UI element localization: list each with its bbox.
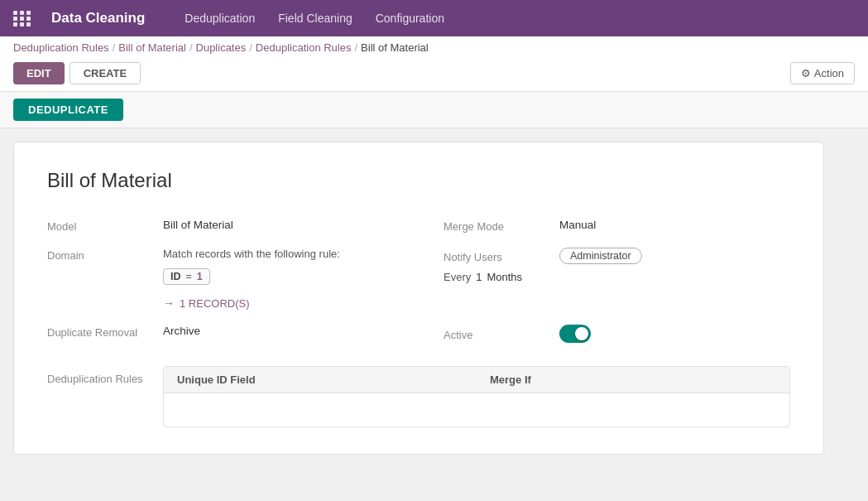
toggle-track	[559, 325, 591, 343]
field-active: Active	[444, 325, 790, 343]
action-label: Action	[814, 67, 844, 79]
table-body	[164, 393, 789, 426]
field-domain: Domain Match records with the following …	[47, 248, 394, 310]
rules-table: Unique ID Field Merge If	[163, 366, 790, 427]
form-row-3: Duplicate Removal Archive Active	[47, 325, 790, 343]
field-model: Model Bill of Material	[47, 219, 394, 233]
breadcrumb-bar: Deduplication Rules / Bill of Material /…	[0, 36, 868, 92]
action-button[interactable]: ⚙ Action	[790, 62, 855, 84]
domain-op: =	[186, 271, 192, 282]
breadcrumb-sep-2: /	[189, 41, 193, 54]
form-row-2: Domain Match records with the following …	[47, 248, 790, 310]
breadcrumb: Deduplication Rules / Bill of Material /…	[13, 41, 855, 59]
records-link-text: 1 RECORD(S)	[180, 297, 250, 310]
action-toolbar: EDIT CREATE ⚙ Action	[13, 59, 855, 91]
notify-users-badge: Administrator	[559, 248, 642, 264]
merge-mode-value: Manual	[559, 219, 596, 233]
model-value: Bill of Material	[163, 219, 233, 233]
breadcrumb-duplicates[interactable]: Duplicates	[196, 41, 247, 54]
breadcrumb-bill-of-material-1[interactable]: Bill of Material	[118, 41, 186, 54]
months-label: Months	[487, 271, 522, 283]
every-label: Every	[444, 271, 471, 283]
merge-mode-label: Merge Mode	[444, 219, 559, 233]
deduplication-rules-label: Deduplication Rules	[47, 366, 163, 385]
breadcrumb-sep-3: /	[249, 41, 252, 54]
toggle-thumb	[575, 327, 588, 340]
domain-val: 1	[197, 271, 203, 282]
field-notify-users: Notify Users Administrator Every 1 Month…	[444, 248, 790, 283]
app-title: Data Cleaning	[51, 10, 145, 26]
duplicate-removal-label: Duplicate Removal	[47, 325, 163, 343]
deduplicate-button[interactable]: DEDUPLICATE	[13, 99, 123, 121]
record-card: Bill of Material Model Bill of Material …	[13, 142, 824, 455]
nav-deduplication[interactable]: Deduplication	[175, 5, 265, 31]
top-nav: Deduplication Field Cleaning Configurati…	[175, 5, 454, 31]
records-link[interactable]: → 1 RECORD(S)	[163, 296, 394, 310]
every-value: 1	[476, 271, 482, 283]
active-label: Active	[444, 327, 559, 341]
btn-group-left: EDIT CREATE	[13, 62, 141, 84]
notify-users-label: Notify Users	[444, 249, 559, 263]
active-toggle[interactable]	[559, 325, 591, 343]
action-btn-group: ⚙ Action	[790, 62, 855, 84]
deduplication-rules-section: Deduplication Rules Unique ID Field Merg…	[47, 366, 790, 427]
main-content: Bill of Material Model Bill of Material …	[0, 128, 868, 468]
model-label: Model	[47, 219, 163, 233]
domain-match-text: Match records with the following rule:	[163, 248, 340, 262]
topbar: Data Cleaning Deduplication Field Cleani…	[0, 0, 868, 36]
rules-table-header: Unique ID Field Merge If	[164, 367, 789, 393]
edit-button[interactable]: EDIT	[13, 62, 65, 84]
arrow-right-icon: →	[163, 296, 175, 310]
breadcrumb-current: Bill of Material	[361, 41, 429, 54]
record-title: Bill of Material	[47, 169, 790, 192]
field-duplicate-removal: Duplicate Removal Archive	[47, 325, 394, 343]
domain-key: ID	[170, 271, 181, 282]
breadcrumb-deduplication-rules-2[interactable]: Deduplication Rules	[256, 41, 352, 54]
duplicate-removal-value: Archive	[163, 325, 200, 343]
gear-icon: ⚙	[801, 67, 811, 79]
breadcrumb-deduplication-rules-1[interactable]: Deduplication Rules	[13, 41, 109, 54]
apps-icon[interactable]	[13, 11, 31, 26]
breadcrumb-sep-4: /	[354, 41, 357, 54]
domain-label: Domain	[47, 248, 163, 262]
field-merge-mode: Merge Mode Manual	[444, 219, 790, 233]
col-unique-id-field: Unique ID Field	[164, 367, 477, 393]
nav-field-cleaning[interactable]: Field Cleaning	[268, 5, 362, 31]
form-row-1: Model Bill of Material Merge Mode Manual	[47, 219, 790, 233]
breadcrumb-sep-1: /	[113, 41, 116, 54]
nav-configuration[interactable]: Configuration	[366, 5, 454, 31]
create-button[interactable]: CREATE	[70, 62, 141, 84]
domain-filter-tag: ID = 1	[163, 268, 210, 285]
dedup-bar: DEDUPLICATE	[0, 92, 868, 128]
col-merge-if: Merge If	[477, 367, 789, 393]
